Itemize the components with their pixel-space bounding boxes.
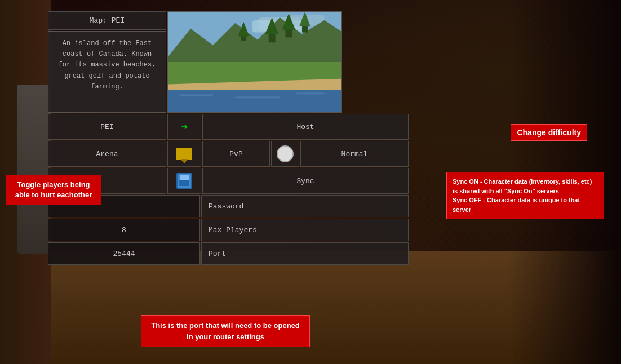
map-description-text: An island off the East coast of Canada. … [59,39,156,91]
sync-icon [176,173,192,189]
row-password: Password [48,195,409,217]
map-title-bar: Map: PEI [48,11,166,30]
annotation-port-text: This is the port that will need to be op… [151,321,300,341]
pvp-label-cell[interactable]: PvP [202,141,270,167]
host-cell[interactable]: Host [202,114,409,140]
settings-section: PEI ➜ Host Arena PvP Normal [48,114,409,265]
annotation-difficulty-box: Change difficulty [511,124,587,141]
map-name-text: PEI [100,123,113,131]
annotation-pvp-box: Toggle players being able to hurt eachot… [6,175,101,205]
row-map-host: PEI ➜ Host [48,114,409,140]
port-value: 25444 [113,250,135,258]
max-players-label: Max Players [209,226,257,234]
arena-cell[interactable]: Arena [48,141,166,167]
svg-rect-17 [235,96,280,98]
host-arrow-cell: ➜ [167,114,201,140]
annotation-port-box: This is the port that will need to be op… [141,315,310,347]
max-players-value: 8 [122,226,126,234]
row-sync: Sync [48,168,409,194]
sync-icon-cell[interactable] [167,168,201,194]
pvp-label: PvP [229,150,242,158]
row-port: 25444 Port [48,242,409,265]
arena-label: Arena [96,150,118,158]
difficulty-value-cell[interactable]: Normal [300,141,409,167]
password-label: Password [209,202,243,211]
difficulty-toggle-circle [277,145,294,162]
pvp-icon-cell[interactable] [167,141,201,167]
difficulty-toggle-cell[interactable] [271,141,299,167]
host-label: Host [296,123,314,131]
annotation-change-difficulty: Change difficulty [511,124,587,141]
map-image [168,12,341,112]
max-players-value-cell[interactable]: 8 [48,219,200,241]
port-label-cell: Port [201,242,409,265]
map-title-text: Map: PEI [90,16,125,25]
map-description: An island off the East coast of Canada. … [48,31,166,113]
annotation-pvp: Toggle players being able to hurt eachot… [6,175,101,205]
port-value-cell[interactable]: 25444 [48,242,200,265]
row-arena-pvp: Arena PvP Normal [48,141,409,167]
port-label: Port [209,250,226,258]
svg-rect-18 [296,92,324,94]
map-section: Map: PEI An island off the East coast of… [48,11,409,113]
svg-rect-16 [180,94,213,96]
map-name-cell[interactable]: PEI [48,114,166,140]
host-arrow-icon: ➜ [181,120,188,134]
sync-label-cell[interactable]: Sync [202,168,409,194]
annotation-sync: Sync ON - Character data (inventory, ski… [446,172,604,219]
pvp-icon [176,148,192,160]
ui-panel: Map: PEI An island off the East coast of… [48,11,409,265]
map-info: Map: PEI An island off the East coast of… [48,11,166,113]
password-label-cell: Password [201,195,409,217]
annotation-pvp-text: Toggle players being able to hurt eachot… [15,180,92,199]
annotation-sync-box: Sync ON - Character data (inventory, ski… [446,172,604,219]
annotation-difficulty-text: Change difficulty [517,128,581,137]
annotation-sync-text: Sync ON - Character data (inventory, ski… [453,178,592,213]
sync-label: Sync [296,177,314,185]
difficulty-value-text: Normal [341,150,368,158]
annotation-port: This is the port that will need to be op… [141,315,310,347]
row-max-players: 8 Max Players [48,219,409,241]
background-character [17,85,51,254]
map-thumbnail [167,11,342,113]
max-players-label-cell: Max Players [201,219,409,241]
